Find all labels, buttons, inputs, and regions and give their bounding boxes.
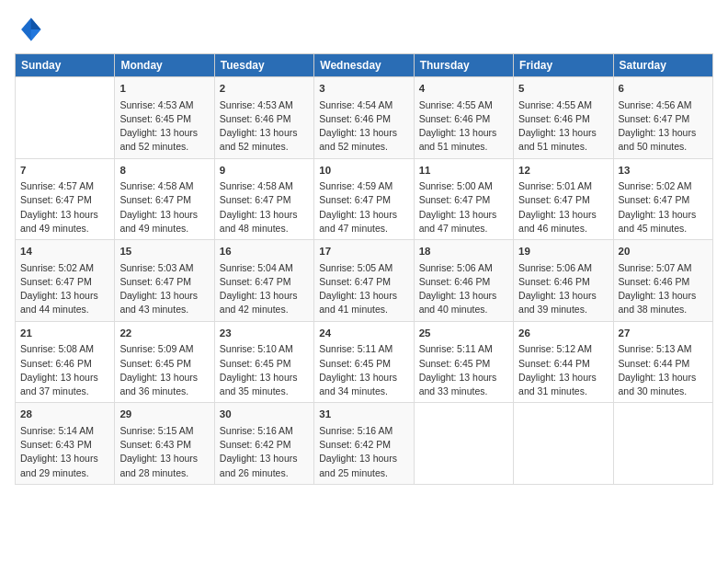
day-number: 3: [319, 81, 408, 97]
day-info: Sunset: 6:43 PM: [20, 438, 109, 452]
header-tuesday: Tuesday: [214, 54, 313, 77]
day-info: Daylight: 13 hours and 47 minutes.: [319, 208, 408, 236]
calendar-cell: 28Sunrise: 5:14 AMSunset: 6:43 PMDayligh…: [16, 403, 115, 485]
day-info: Daylight: 13 hours and 48 minutes.: [220, 208, 309, 236]
day-info: Sunset: 6:45 PM: [119, 357, 209, 371]
day-number: 11: [419, 163, 508, 178]
header-saturday: Saturday: [613, 54, 712, 77]
calendar-cell: 31Sunrise: 5:16 AMSunset: 6:42 PMDayligh…: [314, 403, 414, 485]
calendar-cell: 13Sunrise: 5:02 AMSunset: 6:47 PMDayligh…: [613, 158, 712, 240]
calendar-cell: 9Sunrise: 4:58 AMSunset: 6:47 PMDaylight…: [214, 158, 313, 240]
day-info: Sunrise: 5:01 AM: [518, 179, 608, 193]
day-number: 26: [518, 326, 608, 341]
day-number: 20: [619, 244, 708, 259]
day-info: Daylight: 13 hours and 45 minutes.: [619, 208, 708, 236]
day-info: Daylight: 13 hours and 52 minutes.: [220, 126, 309, 154]
day-number: 22: [119, 326, 209, 341]
day-info: Sunrise: 4:59 AM: [319, 179, 408, 193]
day-info: Sunrise: 5:07 AM: [619, 261, 708, 275]
calendar-cell: 6Sunrise: 4:56 AMSunset: 6:47 PMDaylight…: [613, 77, 712, 159]
day-info: Sunrise: 4:53 AM: [220, 98, 309, 112]
day-info: Sunrise: 5:00 AM: [419, 179, 508, 193]
header-row: SundayMondayTuesdayWednesdayThursdayFrid…: [16, 54, 713, 77]
day-info: Sunset: 6:44 PM: [518, 357, 608, 371]
day-number: 6: [619, 81, 708, 97]
day-info: Sunrise: 5:09 AM: [119, 342, 209, 356]
header-friday: Friday: [514, 54, 613, 77]
day-info: Daylight: 13 hours and 52 minutes.: [119, 126, 209, 154]
header-monday: Monday: [115, 54, 214, 77]
header-sunday: Sunday: [16, 54, 115, 77]
week-row-1: 1Sunrise: 4:53 AMSunset: 6:45 PMDaylight…: [16, 77, 713, 159]
header-thursday: Thursday: [414, 54, 513, 77]
day-info: Sunset: 6:42 PM: [220, 438, 309, 452]
day-number: 30: [220, 407, 309, 422]
day-number: 24: [319, 326, 408, 341]
day-info: Sunset: 6:47 PM: [220, 275, 309, 289]
day-info: Sunrise: 5:12 AM: [518, 342, 608, 356]
calendar-cell: 27Sunrise: 5:13 AMSunset: 6:44 PMDayligh…: [613, 321, 712, 403]
day-info: Sunrise: 5:10 AM: [220, 342, 309, 356]
calendar-cell: 20Sunrise: 5:07 AMSunset: 6:46 PMDayligh…: [613, 240, 712, 322]
calendar-cell: 1Sunrise: 4:53 AMSunset: 6:45 PMDaylight…: [115, 77, 214, 159]
day-info: Daylight: 13 hours and 43 minutes.: [119, 289, 209, 316]
day-info: Sunset: 6:45 PM: [119, 112, 209, 126]
day-info: Sunset: 6:47 PM: [518, 193, 608, 207]
calendar-cell: 21Sunrise: 5:08 AMSunset: 6:46 PMDayligh…: [16, 321, 115, 403]
day-number: 10: [319, 163, 408, 178]
day-info: Sunrise: 5:14 AM: [20, 424, 109, 438]
calendar-cell: 15Sunrise: 5:03 AMSunset: 6:47 PMDayligh…: [115, 240, 214, 322]
calendar-cell: 8Sunrise: 4:58 AMSunset: 6:47 PMDaylight…: [115, 158, 214, 240]
calendar-cell: 10Sunrise: 4:59 AMSunset: 6:47 PMDayligh…: [314, 158, 414, 240]
day-info: Daylight: 13 hours and 46 minutes.: [518, 208, 608, 236]
calendar-cell: 29Sunrise: 5:15 AMSunset: 6:43 PMDayligh…: [115, 403, 214, 485]
page-header: [15, 15, 713, 44]
calendar-cell: 3Sunrise: 4:54 AMSunset: 6:46 PMDaylight…: [314, 77, 414, 159]
calendar-cell: 2Sunrise: 4:53 AMSunset: 6:46 PMDaylight…: [214, 77, 313, 159]
day-info: Daylight: 13 hours and 50 minutes.: [619, 126, 708, 154]
calendar-cell: 22Sunrise: 5:09 AMSunset: 6:45 PMDayligh…: [115, 321, 214, 403]
svg-marker-1: [31, 18, 41, 29]
day-info: Sunrise: 5:08 AM: [20, 342, 109, 356]
calendar-cell: 26Sunrise: 5:12 AMSunset: 6:44 PMDayligh…: [514, 321, 613, 403]
day-info: Sunrise: 5:04 AM: [220, 261, 309, 275]
day-info: Sunset: 6:47 PM: [419, 193, 508, 207]
calendar-cell: 14Sunrise: 5:02 AMSunset: 6:47 PMDayligh…: [16, 240, 115, 322]
day-info: Sunrise: 5:15 AM: [119, 424, 209, 438]
day-info: Sunset: 6:47 PM: [20, 275, 109, 289]
day-info: Daylight: 13 hours and 39 minutes.: [518, 289, 608, 316]
day-info: Daylight: 13 hours and 38 minutes.: [619, 289, 708, 316]
day-number: 17: [319, 244, 408, 259]
day-number: 25: [419, 326, 508, 341]
day-number: 19: [518, 244, 608, 259]
week-row-4: 21Sunrise: 5:08 AMSunset: 6:46 PMDayligh…: [16, 321, 713, 403]
day-info: Daylight: 13 hours and 25 minutes.: [319, 452, 408, 479]
day-number: 15: [119, 244, 209, 259]
day-number: 5: [518, 81, 608, 97]
week-row-3: 14Sunrise: 5:02 AMSunset: 6:47 PMDayligh…: [16, 240, 713, 322]
day-number: 27: [619, 326, 708, 341]
day-number: 28: [20, 407, 109, 422]
calendar-cell: 17Sunrise: 5:05 AMSunset: 6:47 PMDayligh…: [314, 240, 414, 322]
day-info: Sunrise: 5:16 AM: [319, 424, 408, 438]
day-info: Sunset: 6:46 PM: [419, 275, 508, 289]
day-info: Sunset: 6:46 PM: [518, 112, 608, 126]
day-info: Sunset: 6:47 PM: [619, 193, 708, 207]
calendar-cell: 5Sunrise: 4:55 AMSunset: 6:46 PMDaylight…: [514, 77, 613, 159]
day-number: 21: [20, 326, 109, 341]
day-info: Sunrise: 4:53 AM: [119, 98, 209, 112]
calendar-cell: 24Sunrise: 5:11 AMSunset: 6:45 PMDayligh…: [314, 321, 414, 403]
day-number: 2: [220, 81, 309, 97]
day-info: Daylight: 13 hours and 44 minutes.: [20, 289, 109, 316]
day-number: 7: [20, 163, 109, 178]
day-info: Daylight: 13 hours and 51 minutes.: [518, 126, 608, 154]
day-info: Sunset: 6:42 PM: [319, 438, 408, 452]
day-info: Sunrise: 5:06 AM: [419, 261, 508, 275]
day-number: 13: [619, 163, 708, 178]
day-info: Sunrise: 5:16 AM: [220, 424, 309, 438]
calendar-cell: 11Sunrise: 5:00 AMSunset: 6:47 PMDayligh…: [414, 158, 513, 240]
day-info: Sunrise: 5:05 AM: [319, 261, 408, 275]
day-info: Sunrise: 4:54 AM: [319, 98, 408, 112]
calendar-cell: 4Sunrise: 4:55 AMSunset: 6:46 PMDaylight…: [414, 77, 513, 159]
day-info: Sunrise: 4:58 AM: [220, 179, 309, 193]
